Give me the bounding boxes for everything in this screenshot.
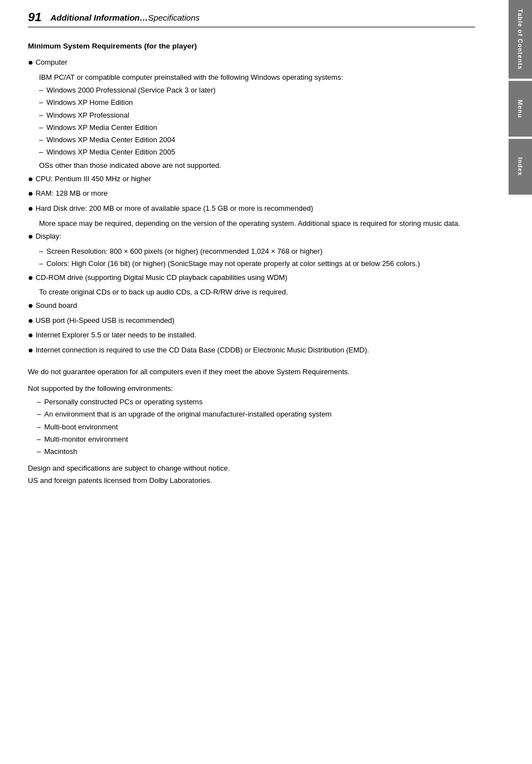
hdd-label: Hard Disk drive: 200 MB or more of avail… <box>36 203 475 214</box>
display-label: Display: <box>36 231 475 242</box>
ram-text: RAM: 128 MB or more <box>36 188 475 199</box>
design-note: Design and specifications are subject to… <box>28 463 475 474</box>
bullet-ie: ● Internet Explorer 5.5 or later needs t… <box>28 330 475 342</box>
sound-text: Sound board <box>36 300 475 311</box>
bullet-hdd: ● Hard Disk drive: 200 MB or more of ava… <box>28 203 475 229</box>
computer-intro: IBM PC/AT or compatible computer preinst… <box>39 72 475 83</box>
cdrom-note: To create original CDs or to back up aud… <box>39 287 475 298</box>
display-list: – Screen Resolution: 800 × 600 pixels (o… <box>39 246 475 269</box>
os-list: – Windows 2000 Professional (Service Pac… <box>39 85 475 158</box>
unsupported-item-2: – An environment that is an upgrade of t… <box>37 409 475 420</box>
bullet-cpu: ● CPU: Pentium III 450 MHz or higher <box>28 173 475 186</box>
bullet-dot-ie: ● <box>28 328 33 342</box>
bullet-dot-sound: ● <box>28 299 33 313</box>
bullet-cdrom: ● CD-ROM drive (supporting Digital Music… <box>28 272 475 298</box>
cdrom-label: CD-ROM drive (supporting Digital Music C… <box>36 272 475 283</box>
unsupported-item-5: – Macintosh <box>37 446 475 457</box>
unsupported-item-3: – Multi-boot environment <box>37 422 475 433</box>
unsupported-item-1: – Personally constructed PCs or operatin… <box>37 396 475 408</box>
sidebar-tab-table-of-contents[interactable]: Table of Contents <box>509 0 532 79</box>
unsupported-item-4: – Multi-monitor environment <box>37 434 475 445</box>
os-item-3: – Windows XP Professional <box>39 110 475 121</box>
os-note: OSs other than those indicated above are… <box>39 160 475 171</box>
unsupported-list: – Personally constructed PCs or operatin… <box>37 396 475 457</box>
bullet-dot-usb: ● <box>28 314 33 328</box>
os-item-6: – Windows XP Media Center Edition 2005 <box>39 147 475 158</box>
ie-text: Internet Explorer 5.5 or later needs to … <box>36 330 475 341</box>
header-title: Additional Information…Specifications <box>50 13 200 22</box>
bullet-usb: ● USB port (Hi-Speed USB is recommended) <box>28 315 475 328</box>
content-area: Minimum System Requirements (for the pla… <box>28 41 475 486</box>
page-header: 91 Additional Information…Specifications <box>28 10 475 27</box>
guarantee-paragraph: We do not guarantee operation for all co… <box>28 366 475 378</box>
bullet-dot-internet: ● <box>28 344 33 357</box>
bullet-item-cdrom: ● CD-ROM drive (supporting Digital Music… <box>28 272 475 285</box>
bullet-dot: ● <box>28 56 33 70</box>
bullet-dot-ram: ● <box>28 187 33 201</box>
bullet-dot-cpu: ● <box>28 172 33 186</box>
bullet-ram: ● RAM: 128 MB or more <box>28 188 475 201</box>
section-title: Minimum System Requirements (for the pla… <box>28 41 475 52</box>
bullet-item-display: ● Display: <box>28 231 475 244</box>
os-item-4: – Windows XP Media Center Edition <box>39 122 475 133</box>
display-item-2: – Colors: High Color (16 bit) (or higher… <box>39 258 475 269</box>
bullet-item-hdd: ● Hard Disk drive: 200 MB or more of ava… <box>28 203 475 216</box>
usb-text: USB port (Hi-Speed USB is recommended) <box>36 315 475 326</box>
bullet-dot-cdrom: ● <box>28 271 33 285</box>
os-item-5: – Windows XP Media Center Edition 2004 <box>39 134 475 146</box>
os-item-2: – Windows XP Home Edition <box>39 97 475 108</box>
bullet-display: ● Display: – Screen Resolution: 800 × 60… <box>28 231 475 269</box>
bullet-item-computer: ● Computer <box>28 57 475 70</box>
page-number: 91 <box>28 10 41 25</box>
bullet-dot-display: ● <box>28 230 33 244</box>
computer-label: Computer <box>36 57 475 68</box>
os-item-1: – Windows 2000 Professional (Service Pac… <box>39 85 475 96</box>
bullet-dot-hdd: ● <box>28 202 33 216</box>
hdd-note: More space may be required, depending on… <box>39 218 475 229</box>
sidebar-tab-index[interactable]: Index <box>509 139 532 195</box>
display-item-1: – Screen Resolution: 800 × 600 pixels (o… <box>39 246 475 257</box>
not-supported-label: Not supported by the following environme… <box>28 383 475 394</box>
bullet-sound: ● Sound board <box>28 300 475 313</box>
sidebar: Table of Contents Menu Index <box>509 0 532 764</box>
bullet-internet: ● Internet connection is required to use… <box>28 345 475 357</box>
cpu-text: CPU: Pentium III 450 MHz or higher <box>36 173 475 185</box>
internet-text: Internet connection is required to use t… <box>36 345 475 356</box>
patent-note: US and foreign patents licensed from Dol… <box>28 475 475 486</box>
sidebar-tab-menu[interactable]: Menu <box>509 81 532 137</box>
bullet-computer: ● Computer IBM PC/AT or compatible compu… <box>28 57 475 171</box>
